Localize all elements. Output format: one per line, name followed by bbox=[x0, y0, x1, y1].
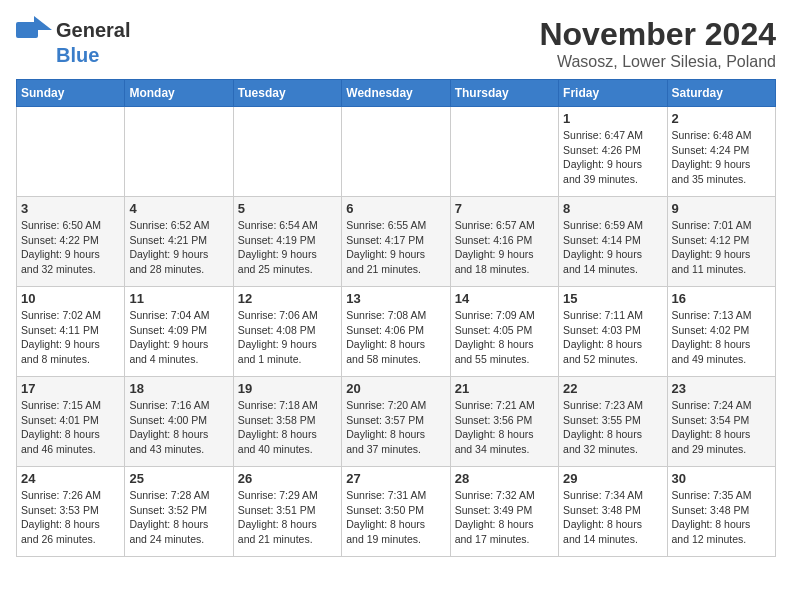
day-info: Sunrise: 7:26 AM Sunset: 3:53 PM Dayligh… bbox=[21, 488, 120, 547]
day-number: 9 bbox=[672, 201, 771, 216]
day-number: 8 bbox=[563, 201, 662, 216]
day-number: 6 bbox=[346, 201, 445, 216]
calendar-cell: 26Sunrise: 7:29 AM Sunset: 3:51 PM Dayli… bbox=[233, 467, 341, 557]
day-info: Sunrise: 7:15 AM Sunset: 4:01 PM Dayligh… bbox=[21, 398, 120, 457]
weekday-header-saturday: Saturday bbox=[667, 80, 775, 107]
title-area: November 2024 Wasosz, Lower Silesia, Pol… bbox=[539, 16, 776, 71]
day-number: 15 bbox=[563, 291, 662, 306]
day-number: 7 bbox=[455, 201, 554, 216]
day-info: Sunrise: 6:47 AM Sunset: 4:26 PM Dayligh… bbox=[563, 128, 662, 187]
day-info: Sunrise: 6:59 AM Sunset: 4:14 PM Dayligh… bbox=[563, 218, 662, 277]
calendar-cell: 7Sunrise: 6:57 AM Sunset: 4:16 PM Daylig… bbox=[450, 197, 558, 287]
calendar-cell: 28Sunrise: 7:32 AM Sunset: 3:49 PM Dayli… bbox=[450, 467, 558, 557]
logo-blue: Blue bbox=[56, 44, 99, 67]
calendar-cell: 22Sunrise: 7:23 AM Sunset: 3:55 PM Dayli… bbox=[559, 377, 667, 467]
day-number: 12 bbox=[238, 291, 337, 306]
day-number: 22 bbox=[563, 381, 662, 396]
day-number: 1 bbox=[563, 111, 662, 126]
weekday-header-sunday: Sunday bbox=[17, 80, 125, 107]
calendar: SundayMondayTuesdayWednesdayThursdayFrid… bbox=[16, 79, 776, 557]
day-info: Sunrise: 6:50 AM Sunset: 4:22 PM Dayligh… bbox=[21, 218, 120, 277]
calendar-cell: 6Sunrise: 6:55 AM Sunset: 4:17 PM Daylig… bbox=[342, 197, 450, 287]
calendar-cell: 12Sunrise: 7:06 AM Sunset: 4:08 PM Dayli… bbox=[233, 287, 341, 377]
day-info: Sunrise: 7:28 AM Sunset: 3:52 PM Dayligh… bbox=[129, 488, 228, 547]
calendar-week-0: 1Sunrise: 6:47 AM Sunset: 4:26 PM Daylig… bbox=[17, 107, 776, 197]
calendar-cell: 11Sunrise: 7:04 AM Sunset: 4:09 PM Dayli… bbox=[125, 287, 233, 377]
calendar-week-1: 3Sunrise: 6:50 AM Sunset: 4:22 PM Daylig… bbox=[17, 197, 776, 287]
calendar-cell bbox=[17, 107, 125, 197]
day-number: 18 bbox=[129, 381, 228, 396]
day-info: Sunrise: 7:01 AM Sunset: 4:12 PM Dayligh… bbox=[672, 218, 771, 277]
calendar-header: SundayMondayTuesdayWednesdayThursdayFrid… bbox=[17, 80, 776, 107]
calendar-cell: 24Sunrise: 7:26 AM Sunset: 3:53 PM Dayli… bbox=[17, 467, 125, 557]
day-number: 16 bbox=[672, 291, 771, 306]
day-number: 27 bbox=[346, 471, 445, 486]
day-info: Sunrise: 6:52 AM Sunset: 4:21 PM Dayligh… bbox=[129, 218, 228, 277]
calendar-cell: 1Sunrise: 6:47 AM Sunset: 4:26 PM Daylig… bbox=[559, 107, 667, 197]
day-number: 11 bbox=[129, 291, 228, 306]
calendar-cell: 18Sunrise: 7:16 AM Sunset: 4:00 PM Dayli… bbox=[125, 377, 233, 467]
calendar-cell: 21Sunrise: 7:21 AM Sunset: 3:56 PM Dayli… bbox=[450, 377, 558, 467]
calendar-cell: 27Sunrise: 7:31 AM Sunset: 3:50 PM Dayli… bbox=[342, 467, 450, 557]
weekday-header-wednesday: Wednesday bbox=[342, 80, 450, 107]
calendar-cell: 10Sunrise: 7:02 AM Sunset: 4:11 PM Dayli… bbox=[17, 287, 125, 377]
day-info: Sunrise: 7:02 AM Sunset: 4:11 PM Dayligh… bbox=[21, 308, 120, 367]
day-number: 30 bbox=[672, 471, 771, 486]
day-info: Sunrise: 7:23 AM Sunset: 3:55 PM Dayligh… bbox=[563, 398, 662, 457]
day-number: 4 bbox=[129, 201, 228, 216]
day-info: Sunrise: 7:29 AM Sunset: 3:51 PM Dayligh… bbox=[238, 488, 337, 547]
calendar-cell: 19Sunrise: 7:18 AM Sunset: 3:58 PM Dayli… bbox=[233, 377, 341, 467]
day-number: 14 bbox=[455, 291, 554, 306]
day-number: 25 bbox=[129, 471, 228, 486]
day-info: Sunrise: 7:09 AM Sunset: 4:05 PM Dayligh… bbox=[455, 308, 554, 367]
day-info: Sunrise: 6:55 AM Sunset: 4:17 PM Dayligh… bbox=[346, 218, 445, 277]
calendar-cell bbox=[233, 107, 341, 197]
location-subtitle: Wasosz, Lower Silesia, Poland bbox=[539, 53, 776, 71]
day-info: Sunrise: 7:04 AM Sunset: 4:09 PM Dayligh… bbox=[129, 308, 228, 367]
day-number: 29 bbox=[563, 471, 662, 486]
calendar-cell: 16Sunrise: 7:13 AM Sunset: 4:02 PM Dayli… bbox=[667, 287, 775, 377]
day-number: 3 bbox=[21, 201, 120, 216]
weekday-header-row: SundayMondayTuesdayWednesdayThursdayFrid… bbox=[17, 80, 776, 107]
day-info: Sunrise: 7:21 AM Sunset: 3:56 PM Dayligh… bbox=[455, 398, 554, 457]
day-number: 23 bbox=[672, 381, 771, 396]
day-info: Sunrise: 7:06 AM Sunset: 4:08 PM Dayligh… bbox=[238, 308, 337, 367]
day-info: Sunrise: 6:54 AM Sunset: 4:19 PM Dayligh… bbox=[238, 218, 337, 277]
day-info: Sunrise: 7:32 AM Sunset: 3:49 PM Dayligh… bbox=[455, 488, 554, 547]
svg-marker-1 bbox=[34, 16, 52, 30]
calendar-cell: 4Sunrise: 6:52 AM Sunset: 4:21 PM Daylig… bbox=[125, 197, 233, 287]
calendar-cell bbox=[342, 107, 450, 197]
day-number: 17 bbox=[21, 381, 120, 396]
logo: General Blue bbox=[16, 16, 130, 67]
day-number: 19 bbox=[238, 381, 337, 396]
day-number: 2 bbox=[672, 111, 771, 126]
day-info: Sunrise: 6:48 AM Sunset: 4:24 PM Dayligh… bbox=[672, 128, 771, 187]
weekday-header-friday: Friday bbox=[559, 80, 667, 107]
day-info: Sunrise: 6:57 AM Sunset: 4:16 PM Dayligh… bbox=[455, 218, 554, 277]
day-info: Sunrise: 7:16 AM Sunset: 4:00 PM Dayligh… bbox=[129, 398, 228, 457]
day-info: Sunrise: 7:31 AM Sunset: 3:50 PM Dayligh… bbox=[346, 488, 445, 547]
day-info: Sunrise: 7:35 AM Sunset: 3:48 PM Dayligh… bbox=[672, 488, 771, 547]
day-number: 26 bbox=[238, 471, 337, 486]
calendar-cell bbox=[450, 107, 558, 197]
calendar-cell: 20Sunrise: 7:20 AM Sunset: 3:57 PM Dayli… bbox=[342, 377, 450, 467]
calendar-cell: 9Sunrise: 7:01 AM Sunset: 4:12 PM Daylig… bbox=[667, 197, 775, 287]
day-info: Sunrise: 7:11 AM Sunset: 4:03 PM Dayligh… bbox=[563, 308, 662, 367]
month-title: November 2024 bbox=[539, 16, 776, 53]
day-number: 21 bbox=[455, 381, 554, 396]
logo-icon bbox=[16, 16, 52, 44]
calendar-cell: 17Sunrise: 7:15 AM Sunset: 4:01 PM Dayli… bbox=[17, 377, 125, 467]
day-number: 28 bbox=[455, 471, 554, 486]
calendar-cell: 14Sunrise: 7:09 AM Sunset: 4:05 PM Dayli… bbox=[450, 287, 558, 377]
calendar-cell: 3Sunrise: 6:50 AM Sunset: 4:22 PM Daylig… bbox=[17, 197, 125, 287]
weekday-header-tuesday: Tuesday bbox=[233, 80, 341, 107]
calendar-cell: 23Sunrise: 7:24 AM Sunset: 3:54 PM Dayli… bbox=[667, 377, 775, 467]
day-number: 5 bbox=[238, 201, 337, 216]
day-info: Sunrise: 7:24 AM Sunset: 3:54 PM Dayligh… bbox=[672, 398, 771, 457]
day-number: 13 bbox=[346, 291, 445, 306]
calendar-cell bbox=[125, 107, 233, 197]
header: General Blue November 2024 Wasosz, Lower… bbox=[16, 16, 776, 71]
calendar-cell: 2Sunrise: 6:48 AM Sunset: 4:24 PM Daylig… bbox=[667, 107, 775, 197]
day-info: Sunrise: 7:34 AM Sunset: 3:48 PM Dayligh… bbox=[563, 488, 662, 547]
weekday-header-thursday: Thursday bbox=[450, 80, 558, 107]
